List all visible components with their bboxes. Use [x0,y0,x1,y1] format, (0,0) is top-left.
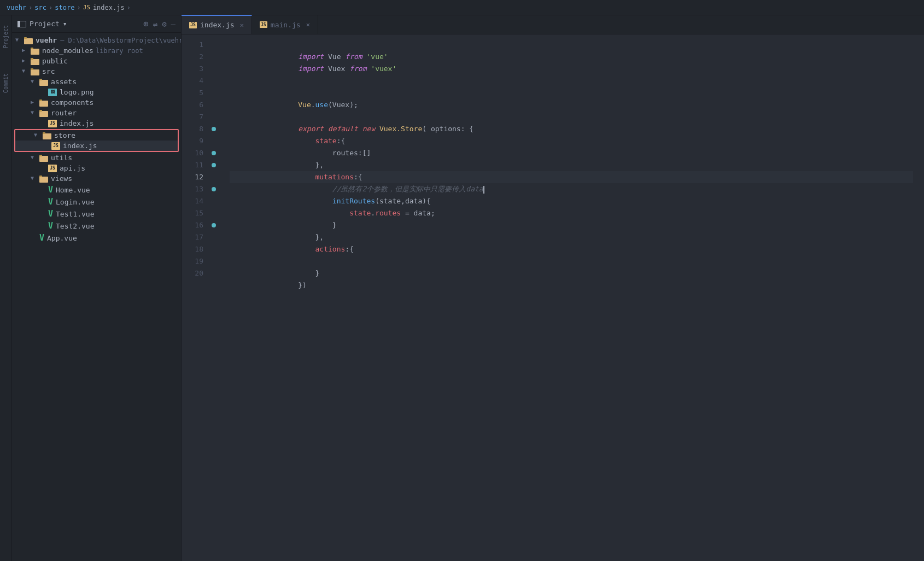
tree-logo-png[interactable]: 🖼 logo.png [12,87,181,97]
svg-rect-5 [31,59,39,65]
code-editor[interactable]: 1 2 3 4 5 6 7 8 9 10 11 12 13 14 15 16 1 [182,34,924,561]
store-index-label: index.js [63,142,97,150]
g-8 [209,123,219,135]
svg-rect-11 [39,101,48,107]
svg-rect-13 [39,111,48,117]
svg-rect-3 [31,49,39,55]
logo-png-label: logo.png [60,88,94,96]
svg-rect-7 [31,69,39,75]
ln-20: 20 [187,267,203,279]
tree-test1-vue[interactable]: V Test1.vue [12,208,181,220]
split-icon[interactable]: ⇌ [153,20,157,28]
router-index-label: index.js [60,119,94,127]
tab-main-js[interactable]: JS main.js ✕ [252,15,318,34]
tree-test2-vue[interactable]: V Test2.vue [12,220,181,232]
g-6 [209,99,219,111]
tab-js-icon-main: JS [260,21,267,28]
assets-label: assets [51,78,77,86]
folder-icon-root [24,37,33,44]
ln-1: 1 [187,39,203,51]
file-tree: vuehr – D:\Data\WebstormProject\vuehr ma… [12,33,181,561]
tab-close-main[interactable]: ✕ [306,21,310,28]
tree-router-index[interactable]: JS index.js [12,118,181,128]
svg-rect-17 [39,156,48,162]
g-16 [209,219,219,231]
vue-icon-login: V [48,197,53,207]
js-file-icon-store-index: JS [51,142,60,150]
chevron-components [31,99,38,107]
sidebar-project-label: Project [30,20,60,28]
tree-store-index[interactable]: JS index.js [15,141,178,151]
line-numbers: 1 2 3 4 5 6 7 8 9 10 11 12 13 14 15 16 1 [182,39,209,557]
ln-6: 6 [187,99,203,111]
gutter [209,39,219,557]
svg-rect-20 [39,176,42,177]
node-modules-label: node_modules [42,46,93,55]
sidebar: Project ▾ ⊕ ⇌ ⚙ — [12,15,182,561]
code-content[interactable]: import Vue from 'vue' import Vuex from '… [219,39,924,557]
views-label: views [51,174,72,183]
sidebar-header: Project ▾ ⊕ ⇌ ⚙ — [12,15,181,33]
tree-router[interactable]: router [12,108,181,118]
editor-area: JS index.js ✕ JS main.js ✕ 1 2 3 [182,15,924,561]
tree-api-js[interactable]: JS api.js [12,163,181,173]
store-highlight-container: store JS index.js [14,129,179,152]
g-18 [209,243,219,255]
tree-app-vue[interactable]: V App.vue [12,232,181,244]
tree-src[interactable]: src [12,66,181,77]
panel-icon [17,21,26,27]
project-tab-vertical[interactable]: Project [2,21,10,52]
sidebar-title: Project ▾ [17,20,67,28]
tree-views[interactable]: views [12,173,181,184]
tree-assets[interactable]: assets [12,77,181,87]
tree-node-modules[interactable]: node_modules library root [12,45,181,56]
g-19 [209,255,219,267]
tree-store[interactable]: store [15,130,178,141]
tab-close-index[interactable]: ✕ [240,21,244,29]
tab-index-js-label: index.js [200,21,235,29]
gutter-dot-16 [212,223,216,227]
tree-components[interactable]: components [12,97,181,108]
minimize-icon[interactable]: — [171,20,176,28]
g-7 [209,111,219,123]
breadcrumb-file[interactable]: index.js [93,4,125,11]
sidebar-dropdown-arrow[interactable]: ▾ [63,20,67,28]
ln-3: 3 [187,63,203,75]
svg-rect-19 [39,177,48,183]
folder-icon-src [31,68,39,75]
vue-icon-home: V [48,185,53,195]
breadcrumb-src[interactable]: src [34,4,46,11]
breadcrumb-store[interactable]: store [55,4,74,11]
svg-rect-6 [31,58,33,60]
tree-root[interactable]: vuehr – D:\Data\WebstormProject\vuehr ma… [12,35,181,45]
g-1 [209,39,219,51]
tree-home-vue[interactable]: V Home.vue [12,184,181,196]
ln-13: 13 [187,183,203,195]
add-icon[interactable]: ⊕ [143,19,149,29]
chevron-router [31,109,38,117]
folder-icon-store [43,132,51,139]
test2-vue-label: Test2.vue [56,222,94,230]
g-13 [209,183,219,195]
chevron-assets [31,78,38,86]
src-label: src [42,67,55,75]
g-3 [209,63,219,75]
svg-rect-9 [39,80,48,86]
test1-vue-label: Test1.vue [56,210,94,218]
svg-rect-8 [31,68,33,70]
svg-rect-10 [39,79,42,80]
tree-utils[interactable]: utils [12,153,181,163]
tab-index-js[interactable]: JS index.js ✕ [182,15,252,34]
gear-icon[interactable]: ⚙ [162,20,166,28]
svg-rect-16 [43,132,45,134]
folder-icon-public [31,57,39,65]
commit-tab-vertical[interactable]: Commit [2,69,10,97]
g-17 [209,231,219,243]
tree-login-vue[interactable]: V Login.vue [12,196,181,208]
tree-public[interactable]: public [12,56,181,66]
g-20 [209,267,219,279]
breadcrumb-vuehr[interactable]: vuehr [7,4,26,11]
gutter-dot-8 [212,127,216,131]
public-label: public [42,57,68,65]
folder-icon-node-modules [31,47,39,55]
